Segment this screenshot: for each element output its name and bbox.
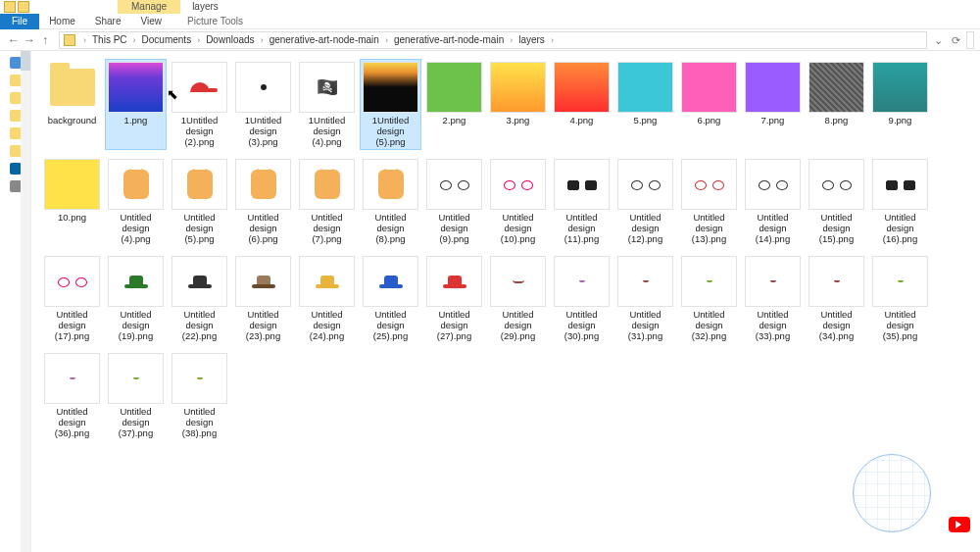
file-tile[interactable]: 6.png [678, 59, 740, 150]
chevron-right-icon[interactable]: › [193, 35, 204, 45]
search-box[interactable] [966, 31, 974, 49]
file-tile[interactable]: Untitled design (7).png [296, 156, 358, 247]
folder-icon[interactable] [10, 75, 22, 86]
file-tile[interactable]: Untitled design (9).png [423, 156, 485, 247]
file-tile[interactable]: Untitled design (4).png [105, 156, 167, 247]
ribbon-tab[interactable]: View [131, 16, 172, 26]
contextual-tab-label[interactable]: Manage [118, 0, 180, 14]
file-tile[interactable]: Untitled design (12).png [614, 156, 676, 247]
mouth-icon [834, 280, 840, 282]
thumbnail [44, 62, 100, 113]
thumbnail [44, 353, 100, 404]
dropdown-icon[interactable]: ⌄ [931, 33, 945, 47]
file-tile[interactable]: Untitled design (22).png [169, 253, 230, 344]
file-tile[interactable]: Untitled design (32).png [678, 253, 740, 344]
ribbon-tab[interactable]: Share [85, 16, 131, 26]
file-tile[interactable]: 9.png [869, 59, 931, 150]
file-tile[interactable]: Untitled design (34).png [806, 253, 867, 344]
back-button[interactable]: ← [6, 33, 22, 47]
chevron-right-icon[interactable]: › [257, 35, 268, 45]
file-tile[interactable]: 8.png [806, 59, 867, 150]
breadcrumb[interactable]: Documents [140, 34, 194, 45]
file-tile[interactable]: 3.png [487, 59, 549, 150]
folder-icon[interactable] [10, 110, 22, 122]
file-tile[interactable]: Untitled design (13).png [678, 156, 740, 247]
refresh-icon[interactable]: ⟳ [949, 33, 962, 47]
file-tile[interactable]: 4.png [551, 59, 612, 150]
file-list-pane[interactable]: background1.png1Untitled design (2).png1… [31, 51, 980, 552]
file-label: Untitled design (11).png [554, 212, 610, 244]
file-label: Untitled design (24).png [299, 309, 355, 341]
file-label: Untitled design (17).png [44, 309, 100, 341]
file-label: Untitled design (33).png [745, 309, 801, 341]
file-tile[interactable]: 2.png [423, 59, 485, 150]
thumbnail [617, 159, 673, 210]
file-tile[interactable]: 1Untitled design (2).png [169, 59, 230, 150]
up-button[interactable]: ↑ [37, 33, 53, 47]
file-label: 1.png [124, 115, 148, 125]
file-tile[interactable]: Untitled design (5).png [169, 156, 230, 247]
thumbnail [554, 256, 610, 307]
folder-icon[interactable] [10, 145, 22, 157]
file-tile[interactable]: Untitled design (35).png [869, 253, 931, 344]
file-tile[interactable]: Untitled design (14).png [742, 156, 804, 247]
this-pc-icon[interactable] [10, 180, 22, 192]
file-tile[interactable]: Untitled design (29).png [487, 253, 549, 344]
onedrive-icon[interactable] [10, 163, 22, 175]
file-tile[interactable]: Untitled design (10).png [487, 156, 549, 247]
file-tile[interactable]: Untitled design (19).png [105, 253, 167, 344]
forward-button[interactable]: → [22, 33, 37, 47]
file-tile[interactable]: Untitled design (24).png [296, 253, 358, 344]
file-tile[interactable]: 🏴‍☠️1Untitled design (4).png [296, 59, 358, 150]
folder-icon[interactable] [4, 1, 16, 13]
ribbon-tab[interactable]: Home [39, 16, 85, 26]
file-tile[interactable]: Untitled design (36).png [41, 350, 103, 441]
file-tab[interactable]: File [0, 14, 39, 29]
breadcrumb[interactable]: Downloads [204, 34, 256, 45]
file-tile[interactable]: Untitled design (38).png [169, 350, 230, 441]
address-bar[interactable]: › This PC›Documents›Downloads›generative… [59, 31, 927, 49]
file-tile[interactable]: Untitled design (11).png [551, 156, 612, 247]
chevron-right-icon[interactable]: › [129, 35, 140, 45]
thumbnail [235, 62, 291, 113]
thumbnail [872, 256, 928, 307]
file-tile[interactable]: 7.png [742, 59, 804, 150]
quick-access-icon[interactable] [10, 57, 22, 69]
file-tile[interactable]: 1.png [105, 59, 167, 150]
file-tile[interactable]: Untitled design (30).png [551, 253, 612, 344]
file-label: Untitled design (38).png [172, 406, 227, 438]
breadcrumb[interactable]: layers [516, 34, 547, 45]
chevron-right-icon[interactable]: › [506, 35, 516, 45]
file-tile[interactable]: 5.png [614, 59, 676, 150]
file-tile[interactable]: 10.png [41, 156, 103, 247]
file-tile[interactable]: Untitled design (33).png [742, 253, 804, 344]
picture-tools-tab[interactable]: Picture Tools [177, 14, 253, 29]
file-tile[interactable]: background [41, 59, 103, 150]
breadcrumb[interactable]: generative-art-node-main [392, 34, 506, 45]
thumbnail [681, 62, 737, 113]
file-tile[interactable]: Untitled design (17).png [41, 253, 103, 344]
file-tile[interactable]: Untitled design (37).png [105, 350, 167, 441]
file-tile[interactable]: Untitled design (15).png [806, 156, 867, 247]
folder-icon[interactable] [18, 1, 29, 13]
file-tile[interactable]: Untitled design (27).png [423, 253, 485, 344]
glasses-icon [631, 180, 661, 188]
breadcrumb[interactable]: This PC [90, 34, 129, 45]
folder-icon[interactable] [10, 92, 22, 104]
scrollbar-track[interactable] [21, 51, 30, 552]
folder-icon[interactable] [10, 127, 22, 139]
navigation-pane[interactable] [0, 51, 31, 552]
scrollbar-thumb[interactable] [21, 51, 30, 71]
chevron-right-icon[interactable]: › [381, 35, 392, 45]
chevron-right-icon[interactable]: › [79, 35, 90, 45]
file-tile[interactable]: 1Untitled design (5).png [360, 59, 421, 150]
breadcrumb[interactable]: generative-art-node-main [268, 34, 381, 45]
file-tile[interactable]: Untitled design (31).png [614, 253, 676, 344]
file-tile[interactable]: Untitled design (8).png [360, 156, 421, 247]
chevron-right-icon[interactable]: › [547, 35, 558, 45]
file-tile[interactable]: Untitled design (25).png [360, 253, 421, 344]
file-tile[interactable]: Untitled design (6).png [232, 156, 294, 247]
file-tile[interactable]: 1Untitled design (3).png [232, 59, 294, 150]
file-tile[interactable]: Untitled design (23).png [232, 253, 294, 344]
file-tile[interactable]: Untitled design (16).png [869, 156, 931, 247]
